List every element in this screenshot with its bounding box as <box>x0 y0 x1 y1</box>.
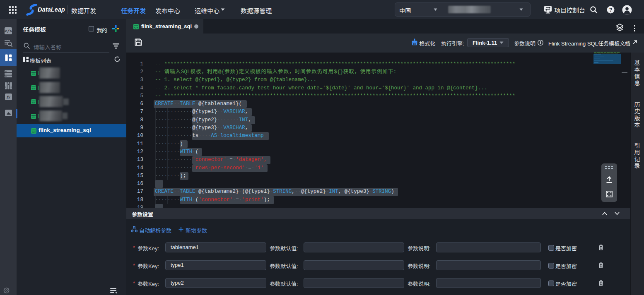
svg-text:</>: </> <box>31 116 35 118</box>
svg-text:</>: </> <box>32 130 36 133</box>
svg-text:</>: </> <box>31 102 35 104</box>
svg-text:?: ? <box>609 7 613 13</box>
svg-text:</>: </> <box>31 87 35 90</box>
svg-text:</>: </> <box>5 29 12 34</box>
svg-text:fx: fx <box>7 94 11 99</box>
svg-text:</>: </> <box>31 73 35 76</box>
svg-text:</>: </> <box>134 26 139 29</box>
